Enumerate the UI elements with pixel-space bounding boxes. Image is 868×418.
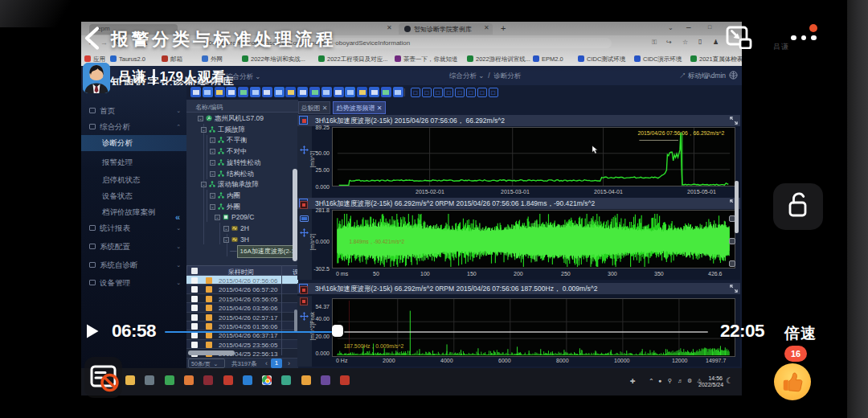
- svg-text:187.500Hz，0.009m/s^2: 187.500Hz，0.009m/s^2: [344, 343, 404, 349]
- svg-text:2015/04/26 07:56:06，66.292m/s^: 2015/04/26 07:56:06，66.292m/s^2: [637, 130, 724, 136]
- svg-text:1.849ms，-90.421m/s^2: 1.849ms，-90.421m/s^2: [349, 239, 404, 244]
